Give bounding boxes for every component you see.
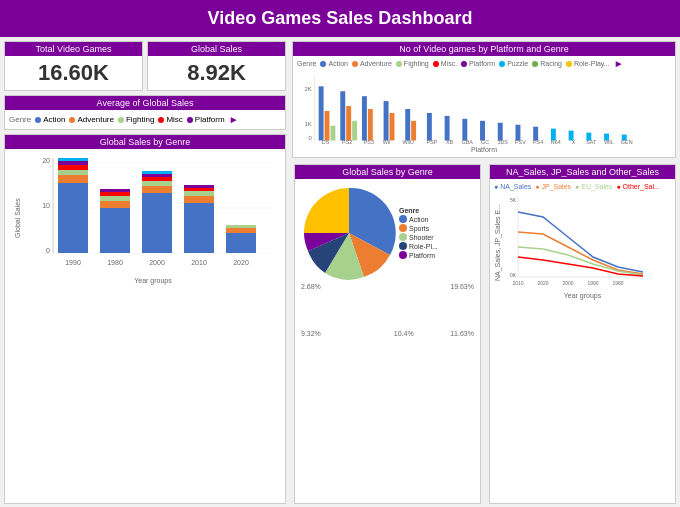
adventure-label: Adventure: [77, 115, 113, 124]
global-sales-value: 8.92K: [156, 60, 277, 86]
legend-more-arrow[interactable]: ►: [229, 114, 239, 125]
svg-rect-12: [58, 158, 88, 161]
action-label: Action: [43, 115, 65, 124]
global-sales-pie-title: Global Sales by Genre: [295, 165, 480, 179]
pct-3: 9.32%: [301, 330, 321, 337]
na-jp-x-label: Year groups: [494, 292, 671, 299]
svg-text:0: 0: [46, 247, 50, 254]
svg-rect-31: [226, 225, 256, 228]
top-platform: Platform: [461, 60, 495, 67]
svg-rect-58: [515, 125, 520, 141]
global-sales-box: Global Sales 8.92K: [147, 41, 286, 91]
svg-rect-50: [390, 113, 395, 141]
na-jp-legend: ● NA_Sales ● JP_Sales ● EU_Sales ● Other…: [494, 183, 671, 190]
svg-text:0K: 0K: [510, 272, 517, 278]
svg-text:2020: 2020: [537, 280, 548, 286]
svg-rect-43: [330, 126, 335, 141]
svg-text:1K: 1K: [305, 121, 312, 127]
svg-rect-10: [58, 165, 88, 170]
platform-genre-chart: No of Video games by Platform and Genre …: [292, 41, 676, 158]
svg-text:GC: GC: [481, 139, 489, 145]
svg-rect-52: [411, 121, 416, 141]
total-video-games-label: Total Video Games: [5, 42, 142, 56]
genre-label: Genre: [9, 115, 31, 124]
svg-text:PSV: PSV: [515, 139, 526, 145]
svg-rect-56: [480, 121, 485, 141]
pie-legend-genre-title: Genre: [399, 207, 438, 214]
misc-dot: [158, 117, 164, 123]
total-video-games-value: 16.60K: [13, 60, 134, 86]
svg-text:2K: 2K: [305, 86, 312, 92]
na-jp-title: NA_Sales, JP_Sales and Other_Sales: [490, 165, 675, 179]
svg-text:1990: 1990: [65, 259, 81, 266]
svg-rect-30: [226, 228, 256, 233]
svg-rect-13: [100, 208, 130, 253]
svg-text:20: 20: [42, 157, 50, 164]
svg-rect-17: [100, 189, 130, 192]
svg-rect-16: [100, 192, 130, 196]
action-dot: [35, 117, 41, 123]
svg-text:PS4: PS4: [533, 139, 543, 145]
svg-rect-59: [533, 127, 538, 141]
top-action: Action: [320, 60, 347, 67]
svg-rect-26: [184, 191, 214, 196]
legend-adventure: Adventure: [69, 115, 113, 124]
svg-text:0: 0: [308, 135, 312, 141]
svg-text:2010: 2010: [512, 280, 523, 286]
pie-percentages: 2.68% 19.63%: [299, 283, 476, 290]
svg-text:2010: 2010: [191, 259, 207, 266]
svg-rect-19: [142, 186, 172, 193]
jp-dot: ● JP_Sales: [535, 183, 571, 190]
global-sales-label: Global Sales: [148, 42, 285, 56]
y-axis-global-sales: Global Sales: [9, 153, 25, 283]
platform-dot: [187, 117, 193, 123]
svg-text:SAT: SAT: [586, 139, 597, 145]
svg-text:XB: XB: [446, 139, 454, 145]
svg-text:2020: 2020: [233, 259, 249, 266]
adventure-dot: [69, 117, 75, 123]
global-sales-pie-chart: Global Sales by Genre: [294, 164, 481, 504]
svg-rect-51: [405, 109, 410, 140]
svg-rect-8: [58, 175, 88, 183]
svg-rect-25: [184, 196, 214, 203]
genre-legend-row: Genre Action Adventure Fighting Misc: [9, 112, 281, 127]
svg-text:1990: 1990: [587, 280, 598, 286]
svg-rect-20: [142, 181, 172, 186]
top-adventure: Adventure: [352, 60, 392, 67]
svg-rect-55: [462, 119, 467, 141]
svg-rect-54: [445, 116, 450, 141]
svg-rect-28: [184, 185, 214, 188]
svg-text:Wii: Wii: [383, 139, 391, 145]
svg-rect-14: [100, 201, 130, 208]
svg-rect-46: [352, 121, 357, 141]
svg-text:WIL: WIL: [604, 139, 614, 145]
svg-text:GEN: GEN: [621, 139, 633, 145]
bar-chart-inner: 20 10 0: [25, 153, 281, 283]
legend-misc: Misc: [158, 115, 182, 124]
pie-chart-svg: [299, 183, 399, 283]
average-title: Average of Global Sales: [5, 96, 285, 110]
svg-text:PS2: PS2: [342, 139, 352, 145]
pie-role: Role-Pl...: [399, 242, 438, 250]
svg-text:1980: 1980: [612, 280, 623, 286]
svg-text:2000: 2000: [149, 259, 165, 266]
pie-percentages-2: 9.32% 10.4% 11.63%: [299, 330, 476, 337]
bar-chart-svg: 20 10 0: [25, 153, 281, 273]
global-sales-genre-bar-chart: Global Sales by Genre Global Sales 20 10…: [4, 134, 286, 504]
svg-text:DS: DS: [322, 139, 330, 145]
svg-text:N64: N64: [551, 139, 561, 145]
top-more-arrow[interactable]: ►: [614, 58, 624, 69]
na-jp-y-axis: NA_Sales, JP_Sales E...: [494, 192, 508, 292]
top-roleplay: Role-Play...: [566, 60, 610, 67]
fighting-dot: [118, 117, 124, 123]
top-misc: Misc.: [433, 60, 457, 67]
total-video-games-box: Total Video Games 16.60K: [4, 41, 143, 91]
legend-fighting: Fighting: [118, 115, 154, 124]
svg-rect-24: [184, 203, 214, 253]
pct-4: 10.4%: [394, 330, 414, 337]
svg-rect-44: [340, 91, 345, 140]
platform-x-label: Platform: [297, 146, 671, 153]
na-jp-sales-chart: NA_Sales, JP_Sales and Other_Sales ● NA_…: [489, 164, 676, 504]
svg-rect-29: [226, 233, 256, 253]
platform-label: Platform: [195, 115, 225, 124]
